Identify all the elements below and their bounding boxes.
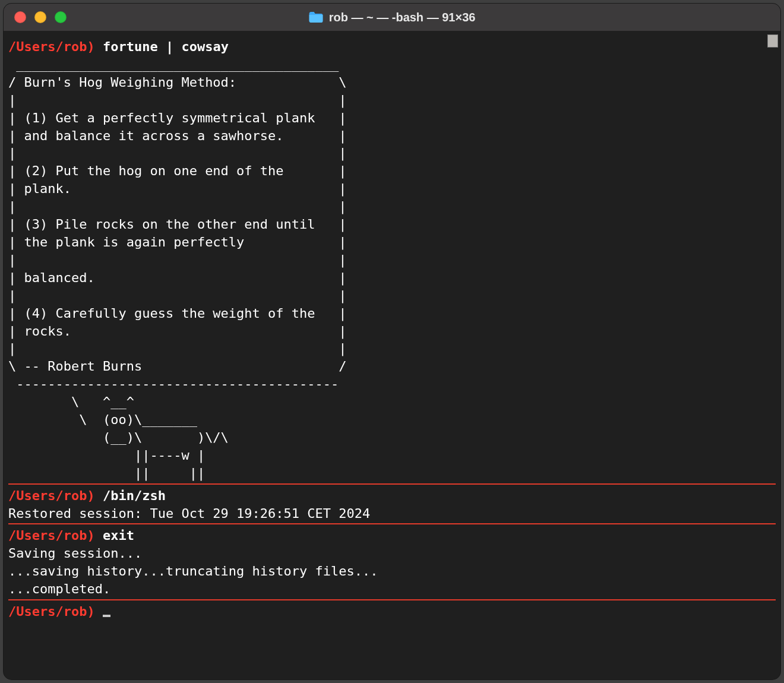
output-line: || || (8, 464, 776, 482)
output-line: | and balance it across a sawhorse. | (8, 127, 776, 145)
prompt: /Users/rob) (8, 488, 95, 503)
output-line: \ -- Robert Burns / (8, 358, 776, 375)
output-line: | rocks. | (8, 322, 776, 340)
output-line: | (2) Put the hog on one end of the | (8, 162, 776, 180)
output-line: | | (8, 251, 776, 269)
output-line: | the plank is again perfectly | (8, 233, 776, 251)
command-divider (8, 599, 776, 600)
prompt-line: /Users/rob) exit (8, 527, 776, 545)
prompt: /Users/rob) (8, 528, 95, 543)
prompt: /Users/rob) (8, 39, 95, 54)
output-line: | | (8, 144, 776, 162)
command-divider (8, 523, 776, 524)
zoom-icon[interactable] (55, 11, 67, 23)
command: /bin/zsh (103, 488, 166, 503)
output-line: ----------------------------------------… (8, 375, 776, 393)
prompt-line: /Users/rob) /bin/zsh (8, 487, 776, 505)
command: fortune | cowsay (103, 39, 229, 54)
output-line: | | (8, 198, 776, 216)
output-line: \ (oo)\_______ (8, 411, 776, 429)
prompt-line[interactable]: /Users/rob) (8, 603, 776, 621)
output-line: | (3) Pile rocks on the other end until … (8, 216, 776, 233)
folder-icon (309, 12, 323, 23)
output-line: | (1) Get a perfectly symmetrical plank … (8, 109, 776, 127)
output-line: ...completed. (8, 580, 776, 598)
output-line: | | (8, 340, 776, 358)
output-line: \ ^__^ (8, 393, 776, 411)
window-title: rob — ~ — -bash — 91×36 (309, 11, 476, 24)
command-divider (8, 483, 776, 485)
output-line: (__)\ )\/\ (8, 429, 776, 447)
output-line: ||----w | (8, 447, 776, 464)
output-line: ...saving history...truncating history f… (8, 562, 776, 580)
output-line: Restored session: Tue Oct 29 19:26:51 CE… (8, 505, 776, 523)
close-icon[interactable] (14, 11, 26, 23)
command: exit (103, 528, 134, 543)
prompt-line: /Users/rob) fortune | cowsay (8, 38, 776, 56)
output-line: | plank. | (8, 180, 776, 198)
titlebar[interactable]: rob — ~ — -bash — 91×36 (4, 4, 780, 31)
output-line: | | (8, 287, 776, 305)
output-line: / Burn's Hog Weighing Method: \ (8, 74, 776, 91)
terminal-body[interactable]: /Users/rob) fortune | cowsay ___________… (4, 31, 780, 679)
minimize-icon[interactable] (34, 11, 46, 23)
output-line: ________________________________________… (8, 56, 776, 74)
prompt: /Users/rob) (8, 604, 95, 619)
window-title-text: rob — ~ — -bash — 91×36 (329, 11, 476, 24)
output-line: | | (8, 91, 776, 109)
window-controls (4, 11, 67, 23)
output-line: Saving session... (8, 545, 776, 562)
terminal-window: rob — ~ — -bash — 91×36 /Users/rob) fort… (4, 4, 780, 679)
scrollbar-thumb[interactable] (767, 34, 778, 48)
output-line: | balanced. | (8, 269, 776, 287)
output-line: | (4) Carefully guess the weight of the … (8, 305, 776, 322)
cursor-icon (103, 615, 110, 617)
